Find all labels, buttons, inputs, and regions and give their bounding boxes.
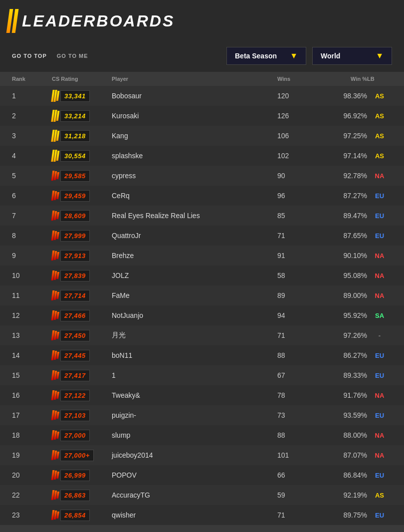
wins-cell: 106	[277, 132, 317, 140]
col-lb: LB	[367, 76, 392, 82]
rating-bars	[52, 130, 59, 142]
winpct-cell: 89.00%	[317, 291, 367, 299]
page-container: LEADERBOARDS GO TO TOP GO TO ME Beta Sea…	[0, 0, 404, 532]
rank-cell: 23	[12, 511, 52, 519]
lb-badge: NA	[367, 432, 392, 439]
go-to-top-button[interactable]: GO TO TOP	[12, 53, 47, 59]
lb-badge: EU	[367, 512, 392, 519]
season-dropdown[interactable]: Beta Season ▼	[226, 47, 306, 65]
table-row: 1 33,341 Bobosaur 120 98.36% AS	[0, 86, 404, 106]
rating-cell: 27,714	[52, 290, 112, 301]
rating-cell: 27,000	[52, 430, 112, 441]
rating-bar-3	[56, 172, 59, 179]
winpct-cell: 91.76%	[317, 391, 367, 399]
rank-cell: 13	[12, 331, 52, 339]
wins-cell: 88	[277, 351, 317, 359]
player-name: Brehze	[112, 252, 277, 260]
lb-badge: AS	[367, 132, 392, 140]
col-rank: Rank	[12, 76, 52, 82]
rating-number: 27,999	[60, 230, 90, 242]
rating-bar-3	[56, 272, 59, 279]
table-row: 5 29,585 cypress 90 92.78% NA	[0, 166, 404, 186]
winpct-cell: 88.00%	[317, 431, 367, 439]
player-name: CeRq	[112, 192, 277, 200]
lb-badge: NA	[367, 292, 392, 299]
rank-cell: 11	[12, 291, 52, 299]
lb-badge: SA	[367, 312, 392, 319]
wins-cell: 59	[277, 491, 317, 499]
rating-cell: 33,341	[52, 90, 112, 102]
rating-cell: 27,999	[52, 230, 112, 242]
table-row: 12 27,466 NotJuanjo 94 95.92% SA	[0, 305, 404, 325]
controls-right: Beta Season ▼ World ▼	[226, 47, 392, 65]
wins-cell: 120	[277, 92, 317, 100]
rank-cell: 1	[12, 92, 52, 100]
rating-number: 27,839	[60, 270, 90, 281]
rating-bars	[52, 430, 59, 440]
rank-cell: 12	[12, 311, 52, 319]
rating-cell: 26,863	[52, 490, 112, 501]
table-row: 2 33,214 Kurosaki 126 96.92% AS	[0, 106, 404, 126]
rating-bar-3	[56, 232, 59, 239]
rating-bars	[52, 470, 59, 480]
region-dropdown[interactable]: World ▼	[312, 47, 392, 65]
leaderboard-table: 1 33,341 Bobosaur 120 98.36% AS 2	[0, 86, 404, 525]
rank-cell: 20	[12, 471, 52, 479]
wins-cell: 94	[277, 311, 317, 319]
rating-cell: 27,445	[52, 350, 112, 361]
rating-number: 27,913	[60, 250, 90, 262]
rank-cell: 5	[12, 172, 52, 180]
rating-number: 27,714	[60, 290, 90, 301]
player-name: slump	[112, 431, 277, 439]
rating-bars	[52, 490, 59, 500]
season-label: Beta Season	[235, 52, 277, 60]
player-name: FaMe	[112, 291, 277, 299]
rating-cell: 29,585	[52, 170, 112, 182]
table-row: 19 27,000+ juiceboy2014 101 87.07% NA	[0, 445, 404, 465]
lb-badge: NA	[367, 392, 392, 399]
rating-cell: 33,214	[52, 110, 112, 122]
rating-bars	[52, 251, 59, 261]
player-name: Kurosaki	[112, 112, 277, 120]
table-row: 13 27,450 月光 71 97.26% -	[0, 325, 404, 345]
winpct-cell: 96.92%	[317, 112, 367, 120]
player-name: Real Eyes Realize Real Lies	[112, 212, 277, 220]
wins-cell: 126	[277, 112, 317, 120]
lb-badge: EU	[367, 472, 392, 479]
rank-cell: 15	[12, 371, 52, 379]
rank-cell: 2	[12, 112, 52, 120]
header: LEADERBOARDS	[0, 0, 404, 42]
table-row: 20 26,999 POPOV 66 86.84% EU	[0, 465, 404, 485]
wins-cell: 101	[277, 451, 317, 459]
rating-bar-3	[56, 212, 59, 219]
winpct-cell: 97.25%	[317, 132, 367, 140]
player-name: juiceboy2014	[112, 451, 277, 459]
rating-bars	[52, 390, 59, 400]
rank-cell: 14	[12, 351, 52, 359]
rating-number: 33,341	[60, 90, 90, 102]
rating-cell: 30,554	[52, 150, 112, 162]
rating-cell: 27,103	[52, 410, 112, 421]
winpct-cell: 87.07%	[317, 451, 367, 459]
go-to-me-button[interactable]: GO TO ME	[57, 53, 88, 59]
rating-bar-3	[56, 312, 59, 319]
rank-cell: 22	[12, 491, 52, 499]
lb-badge: EU	[367, 352, 392, 359]
winpct-cell: 89.33%	[317, 371, 367, 379]
rating-bars	[52, 450, 59, 460]
table-row: 14 27,445 boN11 88 86.27% EU	[0, 345, 404, 365]
rating-number: 28,609	[60, 210, 90, 222]
region-label: World	[321, 52, 340, 60]
winpct-cell: 92.19%	[317, 491, 367, 499]
wins-cell: 58	[277, 271, 317, 279]
col-rating: CS Rating	[52, 76, 112, 82]
rating-cell: 27,000+	[52, 450, 112, 461]
rating-bars	[52, 350, 59, 360]
winpct-cell: 90.10%	[317, 252, 367, 260]
rank-cell: 18	[12, 431, 52, 439]
rating-bars	[52, 211, 59, 221]
winpct-cell: 93.59%	[317, 411, 367, 419]
table-row: 22 26,863 AccuracyTG 59 92.19% AS	[0, 485, 404, 505]
rating-bars	[52, 330, 59, 340]
wins-cell: 88	[277, 431, 317, 439]
